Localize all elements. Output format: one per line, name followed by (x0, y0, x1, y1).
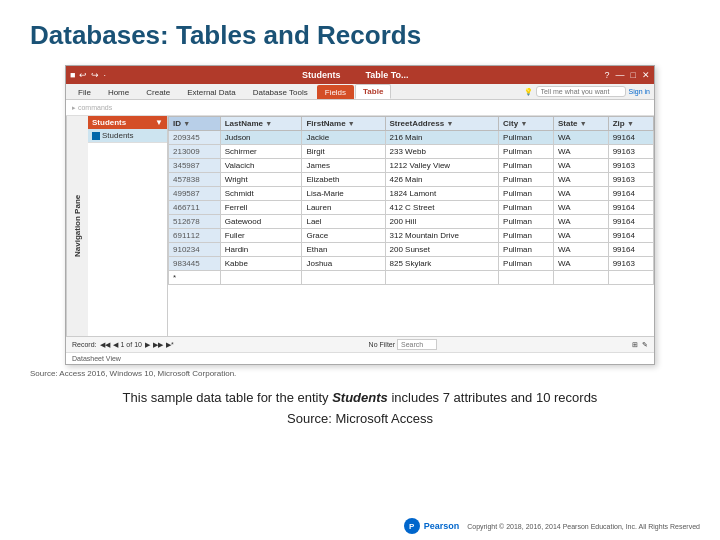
nav-new-btn[interactable]: ▶* (166, 341, 174, 349)
tab-external-data[interactable]: External Data (179, 85, 243, 99)
redo-btn[interactable]: ↪ (91, 70, 99, 80)
ribbon-tabs: File Home Create External Data Database … (66, 84, 654, 100)
students-table: ID ▼ LastName ▼ FirstName ▼ StreetAddres… (168, 116, 654, 285)
window-controls: ? — □ ✕ (605, 70, 650, 80)
table-row[interactable]: 457838WrightElizabeth426 MainPullmanWA99… (169, 173, 654, 187)
table-row[interactable]: 910234HardinEthan200 SunsetPullmanWA9916… (169, 243, 654, 257)
window-title: Students Table To... (302, 70, 409, 80)
table-row[interactable]: 466711FerrellLauren412 C StreetPullmanWA… (169, 201, 654, 215)
footer: P Pearson Copyright © 2018, 2016, 2014 P… (404, 518, 700, 534)
nav-last-btn[interactable]: ▶▶ (153, 341, 163, 349)
record-count: 1 of 10 (121, 341, 142, 348)
search-input[interactable] (397, 339, 437, 350)
maximize-btn[interactable]: □ (631, 70, 636, 80)
nav-pane-toggle[interactable]: Navigation Pane (66, 116, 88, 336)
screenshot: ■ ↩ ↪ · Students Table To... ? — □ ✕ Fil… (65, 65, 655, 365)
ribbon-tell: 💡 Sign in (524, 86, 650, 97)
nav-first-btn[interactable]: ◀◀ (100, 341, 110, 349)
minimize-btn[interactable]: — (616, 70, 625, 80)
col-zip[interactable]: Zip ▼ (608, 117, 653, 131)
status-bar: Record: ◀◀ ◀ 1 of 10 ▶ ▶▶ ▶* No Filter ⊞… (66, 336, 654, 352)
nav-panel-item-students[interactable]: Students (88, 129, 167, 143)
ribbon-commands: ▸ commands (66, 100, 654, 116)
tab-table[interactable]: Table (355, 84, 391, 99)
pearson-logo: P Pearson (404, 518, 460, 534)
close-btn[interactable]: ✕ (642, 70, 650, 80)
caption-text2: includes 7 attributes and 10 records (388, 390, 598, 405)
table-row[interactable]: 213009SchirmerBirgit233 WebbPullmanWA991… (169, 145, 654, 159)
title-bar-sep: · (103, 70, 106, 80)
col-street[interactable]: StreetAddress ▼ (385, 117, 499, 131)
record-label: Record: (72, 341, 97, 348)
table-row[interactable]: 209345JudsonJackie216 MainPullmanWA99164 (169, 131, 654, 145)
tell-me-input[interactable] (536, 86, 626, 97)
view-icon-1[interactable]: ⊞ (632, 341, 638, 349)
caption: This sample data table for the entity St… (30, 388, 690, 430)
tab-home[interactable]: Home (100, 85, 137, 99)
record-nav: Record: ◀◀ ◀ 1 of 10 ▶ ▶▶ ▶* (72, 341, 174, 349)
nav-panel-header: Students ▼ (88, 116, 167, 129)
nav-next-btn[interactable]: ▶ (145, 341, 150, 349)
lightbulb-icon: 💡 (524, 88, 533, 96)
col-firstname[interactable]: FirstName ▼ (302, 117, 385, 131)
page-title: Databases: Tables and Records (30, 20, 690, 51)
col-lastname[interactable]: LastName ▼ (220, 117, 302, 131)
title-bar-left: ■ ↩ ↪ · (70, 70, 106, 80)
caption-text3: Source: Microsoft Access (30, 409, 690, 430)
undo-btn[interactable]: ↩ (79, 70, 87, 80)
tab-create[interactable]: Create (138, 85, 178, 99)
caption-text1: This sample data table for the entity (123, 390, 333, 405)
table-icon (92, 132, 100, 140)
tab-fields[interactable]: Fields (317, 85, 354, 99)
app-icon: ■ (70, 70, 75, 80)
table-header-row: ID ▼ LastName ▼ FirstName ▼ StreetAddres… (169, 117, 654, 131)
nav-prev-btn[interactable]: ◀ (113, 341, 118, 349)
col-city[interactable]: City ▼ (499, 117, 554, 131)
table-area: ID ▼ LastName ▼ FirstName ▼ StreetAddres… (168, 116, 654, 336)
table-body: 209345JudsonJackie216 MainPullmanWA99164… (169, 131, 654, 285)
filter-box: No Filter (369, 339, 437, 350)
nav-panel-chevron[interactable]: ▼ (155, 118, 163, 127)
main-area: Navigation Pane Students ▼ Students ID (66, 116, 654, 336)
source-note: Source: Access 2016, Windows 10, Microso… (30, 369, 690, 378)
table-row[interactable]: 512678GatewoodLael200 HillPullmanWA99164 (169, 215, 654, 229)
table-row[interactable]: 983445KabbeJoshua825 SkylarkPullmanWA991… (169, 257, 654, 271)
table-new-row[interactable]: * (169, 271, 654, 285)
signin-link[interactable]: Sign in (629, 88, 650, 95)
pearson-label: Pearson (424, 521, 460, 531)
pearson-icon: P (404, 518, 420, 534)
ribbon-cmd-placeholder: ▸ commands (72, 104, 112, 112)
caption-entity: Students (332, 390, 388, 405)
col-id[interactable]: ID ▼ (169, 117, 221, 131)
table-row[interactable]: 691112FullerGrace312 Mountain DrivePullm… (169, 229, 654, 243)
copyright-text: Copyright © 2018, 2016, 2014 Pearson Edu… (467, 523, 700, 530)
nav-panel: Students ▼ Students (88, 116, 168, 336)
status-right: ⊞ ✎ (632, 341, 648, 349)
bottom-bar: Datasheet View (66, 352, 654, 364)
title-bar: ■ ↩ ↪ · Students Table To... ? — □ ✕ (66, 66, 654, 84)
view-icon-2[interactable]: ✎ (642, 341, 648, 349)
tab-database-tools[interactable]: Database Tools (245, 85, 316, 99)
help-btn[interactable]: ? (605, 70, 610, 80)
col-state[interactable]: State ▼ (554, 117, 609, 131)
no-filter-btn[interactable]: No Filter (369, 341, 395, 348)
table-row[interactable]: 345987ValacichJames1212 Valley ViewPullm… (169, 159, 654, 173)
tab-file[interactable]: File (70, 85, 99, 99)
table-row[interactable]: 499587SchmidtLisa-Marie1824 LamontPullma… (169, 187, 654, 201)
